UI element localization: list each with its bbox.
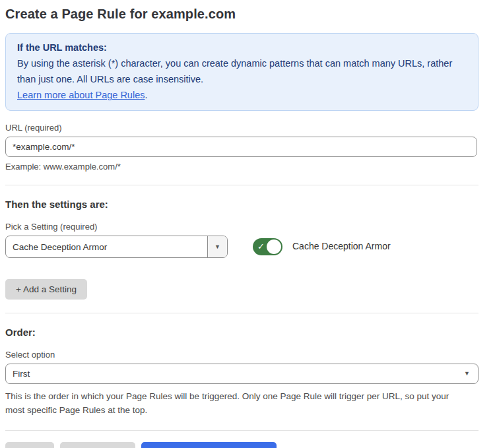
check-icon: ✓ [257, 242, 265, 251]
link-suffix: . [145, 90, 147, 100]
divider [5, 313, 478, 313]
setting-dropdown-arrow-button[interactable]: ▼ [207, 236, 227, 257]
toggle-knob [267, 240, 281, 254]
divider [5, 185, 478, 185]
learn-more-link[interactable]: Learn more about Page Rules [17, 90, 145, 100]
setting-toggle-label: Cache Deception Armor [292, 241, 391, 251]
order-select-label: Select option [5, 350, 478, 360]
info-box-heading: If the URL matches: [17, 40, 467, 55]
url-example-helper: Example: www.example.com/* [5, 162, 478, 172]
save-and-deploy-button[interactable]: Save and Deploy Page Rule [141, 442, 277, 448]
order-select[interactable]: First ▼ [5, 364, 478, 384]
url-field-label: URL (required) [5, 123, 478, 133]
save-as-draft-button[interactable]: Save as Draft [60, 442, 135, 448]
url-match-info-box: If the URL matches: By using the asteris… [5, 33, 478, 111]
info-box-link-line: Learn more about Page Rules. [17, 87, 467, 103]
info-box-body: By using the asterisk (*) character, you… [17, 55, 467, 87]
page-rule-form: Create a Page Rule for example.com If th… [0, 0, 495, 448]
order-helper-text: This is the order in which your Page Rul… [5, 389, 471, 417]
setting-dropdown[interactable]: Cache Deception Armor ▼ [5, 236, 228, 258]
setting-row: Cache Deception Armor ▼ ✓ Cache Deceptio… [5, 236, 478, 258]
add-setting-button[interactable]: + Add a Setting [5, 279, 87, 300]
order-section-heading: Order: [5, 327, 478, 338]
url-input[interactable] [5, 137, 477, 157]
chevron-down-icon: ▼ [464, 371, 470, 377]
chevron-down-icon: ▼ [214, 244, 220, 250]
setting-dropdown-value: Cache Deception Armor [6, 236, 207, 257]
order-select-value: First [13, 369, 30, 379]
setting-picker-label: Pick a Setting (required) [5, 222, 478, 232]
settings-section-heading: Then the settings are: [5, 199, 478, 210]
footer-buttons: Cancel Save as Draft Save and Deploy Pag… [5, 442, 478, 448]
page-title: Create a Page Rule for example.com [5, 7, 478, 22]
divider [5, 430, 478, 431]
cancel-button[interactable]: Cancel [5, 442, 54, 448]
setting-toggle[interactable]: ✓ [253, 238, 282, 255]
